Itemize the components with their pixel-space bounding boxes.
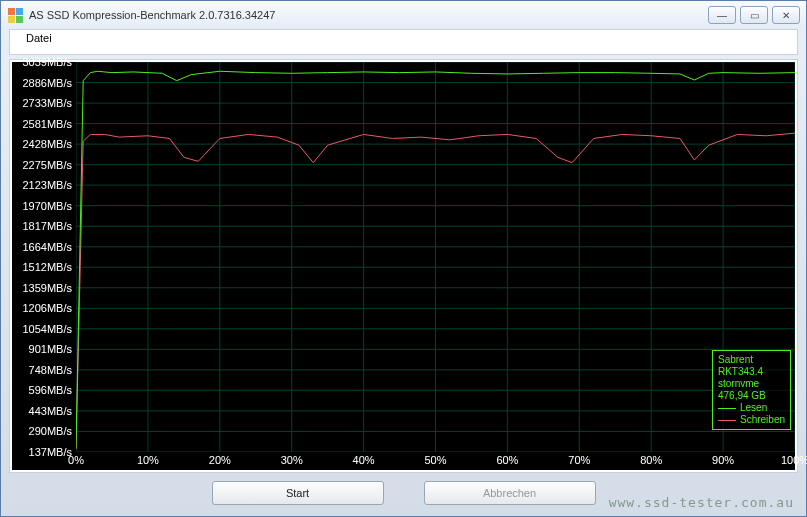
chart-container: 137MB/s290MB/s443MB/s596MB/s748MB/s901MB… [9,59,798,473]
y-tick: 2123MB/s [22,179,72,191]
x-tick: 80% [640,454,662,466]
legend-driver: stornvme [718,378,785,390]
y-tick: 2581MB/s [22,118,72,130]
x-tick: 20% [209,454,231,466]
y-tick: 1817MB/s [22,220,72,232]
start-button[interactable]: Start [212,481,384,505]
x-tick: 60% [496,454,518,466]
y-tick: 2428MB/s [22,138,72,150]
chart-svg [76,62,795,452]
x-axis: 0%10%20%30%40%50%60%70%80%90%100% [76,452,795,470]
x-tick: 0% [68,454,84,466]
legend-write: Schreiben [718,414,785,426]
y-tick: 1664MB/s [22,241,72,253]
x-tick: 90% [712,454,734,466]
abort-button: Abbrechen [424,481,596,505]
grid [76,62,795,452]
y-tick: 137MB/s [29,446,72,458]
y-tick: 1359MB/s [22,282,72,294]
x-tick: 100% [781,454,807,466]
window-controls: — ▭ ✕ [708,6,800,24]
y-tick: 596MB/s [29,384,72,396]
y-tick: 1054MB/s [22,323,72,335]
y-tick: 1206MB/s [22,302,72,314]
minimize-button[interactable]: — [708,6,736,24]
titlebar: AS SSD Kompression-Benchmark 2.0.7316.34… [1,1,806,29]
chart: 137MB/s290MB/s443MB/s596MB/s748MB/s901MB… [12,62,795,470]
y-tick: 2275MB/s [22,159,72,171]
window-title: AS SSD Kompression-Benchmark 2.0.7316.34… [29,9,708,21]
legend-model: RKT343.4 [718,366,785,378]
app-window: AS SSD Kompression-Benchmark 2.0.7316.34… [0,0,807,517]
app-icon [7,7,23,23]
menu-datei[interactable]: Datei [20,30,58,46]
x-tick: 50% [424,454,446,466]
y-tick: 1512MB/s [22,261,72,273]
close-button[interactable]: ✕ [772,6,800,24]
x-tick: 40% [353,454,375,466]
y-tick: 901MB/s [29,343,72,355]
y-axis: 137MB/s290MB/s443MB/s596MB/s748MB/s901MB… [12,62,76,452]
y-tick: 748MB/s [29,364,72,376]
y-tick: 290MB/s [29,425,72,437]
maximize-button[interactable]: ▭ [740,6,768,24]
y-tick: 2733MB/s [22,97,72,109]
legend-capacity: 476,94 GB [718,390,785,402]
write-swatch [718,420,736,421]
x-tick: 10% [137,454,159,466]
menubar: Datei [9,29,798,55]
y-tick: 443MB/s [29,405,72,417]
read-swatch [718,408,736,409]
y-tick: 3039MB/s [22,56,72,68]
legend: Sabrent RKT343.4 stornvme 476,94 GB Lese… [712,350,791,430]
legend-device: Sabrent [718,354,785,366]
y-tick: 1970MB/s [22,200,72,212]
watermark: www.ssd-tester.com.au [609,495,794,510]
y-tick: 2886MB/s [22,77,72,89]
plot-area: Sabrent RKT343.4 stornvme 476,94 GB Lese… [76,62,795,452]
x-tick: 70% [568,454,590,466]
x-tick: 30% [281,454,303,466]
legend-read: Lesen [718,402,785,414]
